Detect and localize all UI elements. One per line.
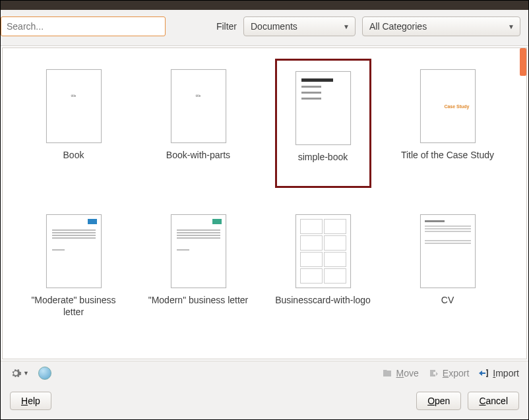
titlebar — [1, 1, 528, 10]
move-icon — [382, 368, 392, 378]
filter-category-dropdown[interactable]: All Categories ▼ — [362, 16, 520, 36]
template-item-moderate-letter[interactable]: "Moderate" business letter — [15, 214, 133, 346]
import-button[interactable]: Import — [478, 368, 519, 378]
scrollbar-thumb[interactable] — [520, 48, 526, 76]
move-label-rest: ove — [404, 368, 419, 378]
template-label: "Modern" business letter — [148, 295, 249, 307]
scrollbar[interactable] — [518, 48, 526, 359]
chevron-down-icon: ▼ — [23, 370, 29, 376]
template-item-modern-letter[interactable]: "Modern" business letter — [139, 214, 257, 346]
filter-type-value: Documents — [251, 21, 297, 32]
template-thumbnail — [46, 69, 102, 143]
cancel-button[interactable]: Cancel — [468, 392, 519, 410]
template-label: "Moderate" business letter — [21, 295, 127, 318]
import-icon — [478, 368, 489, 378]
chevron-down-icon: ▼ — [508, 23, 514, 30]
export-label-rest: xport — [449, 368, 469, 378]
button-bar: Help Open Cancel — [1, 385, 528, 419]
template-thumbnail: Case Study — [420, 69, 476, 143]
open-button[interactable]: Open — [416, 392, 461, 410]
selection-highlight: simple-book — [275, 59, 371, 188]
template-label: CV — [441, 295, 454, 307]
template-thumbnail — [46, 214, 102, 288]
settings-menu-button[interactable]: ▼ — [10, 367, 29, 379]
template-thumbnail — [171, 69, 226, 143]
toolbar: Filter Documents ▼ All Categories ▼ — [1, 10, 528, 46]
import-label-rest: mport — [495, 368, 519, 378]
filter-label: Filter — [216, 21, 237, 32]
template-label: Book — [63, 150, 84, 162]
template-item-simple-book[interactable]: simple-book — [264, 69, 382, 201]
template-item-book-with-parts[interactable]: Book-with-parts — [139, 69, 257, 201]
export-button: Export — [428, 368, 469, 378]
gear-icon — [10, 367, 22, 379]
template-thumbnail — [420, 214, 476, 288]
move-button: Move — [382, 368, 419, 378]
help-button[interactable]: Help — [10, 392, 51, 410]
browse-online-button[interactable] — [38, 367, 51, 380]
template-thumbnail — [296, 71, 351, 145]
template-thumbnail — [296, 214, 351, 288]
template-dialog: Filter Documents ▼ All Categories ▼ Book… — [0, 0, 529, 420]
template-thumbnail — [171, 214, 226, 288]
template-label: Book-with-parts — [166, 150, 230, 162]
filter-type-dropdown[interactable]: Documents ▼ — [243, 16, 356, 36]
search-input[interactable] — [1, 16, 166, 36]
chevron-down-icon: ▼ — [343, 23, 350, 30]
template-grid: Book Book-with-parts simple-book Case St… — [3, 48, 518, 359]
template-item-cv[interactable]: CV — [389, 214, 507, 346]
template-item-book[interactable]: Book — [15, 69, 133, 201]
template-item-businesscard[interactable]: Businesscard-with-logo — [264, 214, 382, 346]
export-icon — [428, 368, 439, 378]
template-label: Businesscard-with-logo — [275, 295, 371, 307]
action-bar: ▼ Move Export Import — [1, 361, 528, 385]
template-label: simple-book — [296, 152, 351, 164]
template-label: Title of the Case Study — [401, 150, 494, 162]
template-item-case-study[interactable]: Case Study Title of the Case Study — [389, 69, 507, 201]
template-list: Book Book-with-parts simple-book Case St… — [2, 47, 527, 359]
filter-category-value: All Categories — [369, 21, 427, 32]
